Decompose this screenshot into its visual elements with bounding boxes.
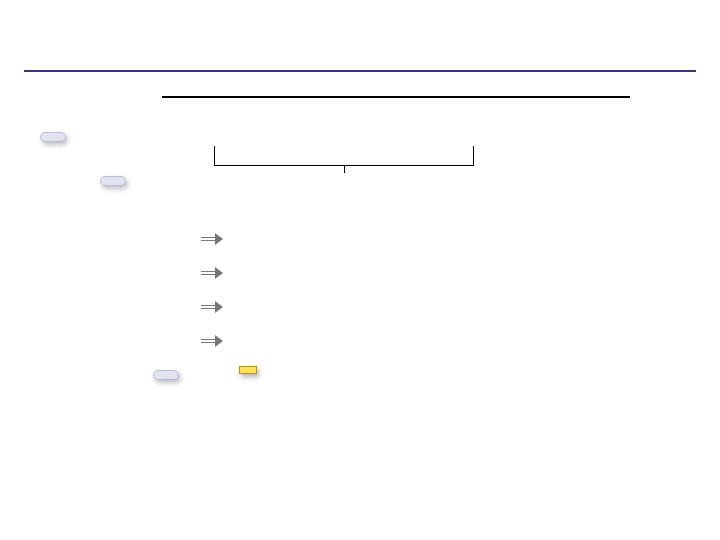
array-cells [162, 96, 630, 98]
array-block [162, 76, 630, 100]
arrow-icon [201, 267, 223, 279]
label-reverse [153, 370, 179, 380]
slice-2 [32, 258, 592, 288]
title-underline [24, 70, 696, 72]
label-step [100, 176, 126, 186]
slice-3 [32, 292, 592, 322]
label-cuts [40, 132, 66, 142]
top-indices [162, 76, 630, 94]
arrow-icon [201, 301, 223, 313]
reverse-code [239, 366, 257, 374]
arrow-icon [201, 335, 223, 347]
slice-4 [32, 326, 592, 356]
arrow-icon [201, 233, 223, 245]
slice-1 [32, 224, 592, 254]
cuts-bracket [214, 146, 474, 166]
